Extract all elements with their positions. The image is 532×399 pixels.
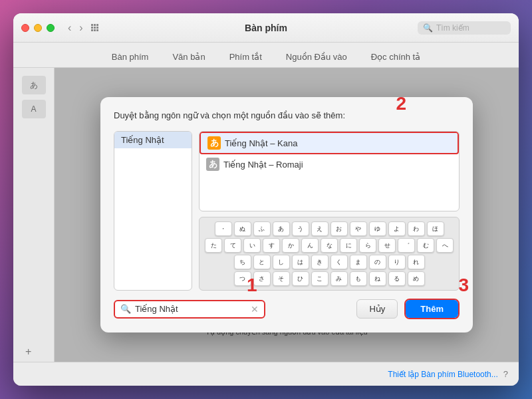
modal-overlay: 2 Duyệt bằng ngôn ngữ và chọn một nguồn … [55, 68, 519, 362]
modal-bottom: 1 3 🔍 ✕ Hủy Thêm [114, 299, 460, 319]
cancel-button[interactable]: Hủy [356, 299, 398, 319]
kb-row-2: た て い す か ん な に ら せ [205, 238, 454, 253]
add-button[interactable]: Thêm [406, 300, 458, 318]
sidebar-add-button[interactable]: + [25, 346, 31, 358]
kb-key: み [331, 271, 348, 286]
titlebar-search[interactable]: 🔍 Tìm kiếm [418, 21, 511, 35]
tab-phim-tat[interactable]: Phím tắt [217, 48, 274, 67]
grid-icon-area [91, 24, 101, 31]
search-input-icon: 🔍 [120, 304, 131, 314]
sidebar-icon-jp[interactable]: あ [22, 76, 46, 94]
tab-nguon-dau-vao[interactable]: Nguồn Đầu vào [274, 48, 359, 67]
forward-button[interactable]: › [76, 21, 85, 35]
modal-lists: Tiếng Nhật あ Tiếng Nhật – Kana [114, 131, 460, 291]
input-source-kana[interactable]: あ Tiếng Nhật – Kana [200, 132, 459, 154]
clear-search-button[interactable]: ✕ [251, 304, 259, 315]
search-placeholder: Tìm kiếm [436, 23, 469, 33]
language-item-japanese[interactable]: Tiếng Nhật [114, 132, 192, 148]
sidebar: あ A + [13, 68, 55, 362]
close-button[interactable] [21, 24, 29, 32]
right-panel: あ Tiếng Nhật – Kana あ Tiếng Nhật – Romaj… [199, 131, 460, 291]
tab-doc-chinh-ta[interactable]: Đọc chính tả [359, 48, 433, 67]
kb-key: ゛ [398, 238, 415, 253]
kb-key: に [340, 238, 357, 253]
grid-icon [91, 24, 98, 31]
maximize-button[interactable] [47, 24, 55, 32]
search-icon: 🔍 [423, 23, 433, 33]
kb-key: わ [408, 221, 425, 236]
kb-key: せ [378, 238, 396, 253]
kb-key: め [408, 271, 425, 286]
kb-key: あ [273, 221, 290, 236]
keyboard-preview: ・ ぬ ふ あ う え お や ゆ よ [199, 217, 460, 291]
add-button-wrap: Thêm [404, 299, 460, 319]
kb-key: さ [253, 271, 271, 286]
kb-key: ま [350, 255, 367, 269]
kb-row-4: つ さ そ ひ こ み も ね る め [205, 271, 454, 286]
modal-title: Duyệt bằng ngôn ngữ và chọn một nguồn đầ… [114, 110, 460, 120]
kana-label: Tiếng Nhật – Kana [225, 138, 297, 148]
minimize-button[interactable] [34, 24, 42, 32]
nav-buttons: ‹ › [65, 21, 86, 35]
kb-key: も [350, 271, 367, 286]
kb-key: て [224, 238, 241, 253]
kb-key: ち [234, 255, 251, 269]
romaji-icon: あ [206, 158, 219, 171]
kb-key: は [292, 255, 309, 269]
kb-key: や [350, 221, 367, 236]
kb-key: つ [234, 271, 251, 286]
kb-key: る [388, 271, 406, 286]
search-input[interactable] [135, 304, 247, 314]
kb-key: れ [408, 255, 425, 269]
kb-key: な [321, 238, 338, 253]
bottom-bar: Thiết lập Bàn phím Bluetooth... ? [13, 362, 519, 386]
kb-key: し [273, 255, 290, 269]
kana-icon: あ [207, 136, 221, 150]
window-title: Bàn phím [245, 23, 287, 33]
kb-key: ひ [292, 271, 309, 286]
kb-key: か [282, 238, 299, 253]
help-button[interactable]: ? [503, 369, 508, 379]
kb-key: た [205, 238, 222, 253]
language-list-pane[interactable]: Tiếng Nhật [114, 131, 192, 291]
title-bar: ‹ › Bàn phím 🔍 Tìm kiếm [13, 13, 519, 43]
kb-key: ふ [253, 221, 271, 236]
kb-key: き [311, 255, 329, 269]
kb-key: ほ [427, 221, 444, 236]
traffic-lights [21, 24, 55, 32]
kb-key: そ [273, 271, 290, 286]
kb-key: ね [369, 271, 386, 286]
main-panel: Tự động chuyển sang nguồn đầu vào của tà… [55, 68, 519, 362]
kb-key: お [331, 221, 348, 236]
tabs-bar: Bàn phím Văn bản Phím tắt Nguồn Đầu vào … [13, 43, 519, 68]
kb-key: の [369, 255, 386, 269]
kb-key: む [417, 238, 434, 253]
kb-key: す [263, 238, 280, 253]
kb-key: よ [388, 221, 406, 236]
kb-key: へ [436, 238, 454, 253]
bluetooth-link[interactable]: Thiết lập Bàn phím Bluetooth... [388, 370, 497, 379]
annotation-3: 3 [458, 275, 469, 296]
romaji-label: Tiếng Nhật – Romaji [223, 160, 303, 170]
kb-row-3: ち と し は き く ま の り れ [205, 255, 454, 269]
content-area: あ A + Tự động chuyển sang nguồn đầu vào … [13, 68, 519, 362]
kb-key: ゆ [369, 221, 386, 236]
kb-key: ぬ [234, 221, 251, 236]
input-source-list-pane[interactable]: あ Tiếng Nhật – Kana あ Tiếng Nhật – Romaj… [199, 131, 460, 211]
back-button[interactable]: ‹ [65, 21, 74, 35]
kb-key: と [253, 255, 271, 269]
kb-key: く [331, 255, 348, 269]
kb-key: り [388, 255, 406, 269]
kb-key: ら [359, 238, 376, 253]
kb-key: ・ [215, 221, 232, 236]
input-source-romaji[interactable]: あ Tiếng Nhật – Romaji [200, 154, 459, 174]
tab-ban-phim[interactable]: Bàn phím [100, 48, 161, 67]
kb-key: い [243, 238, 261, 253]
kb-key: え [311, 221, 329, 236]
kb-row-1: ・ ぬ ふ あ う え お や ゆ よ [205, 221, 454, 236]
tab-van-ban[interactable]: Văn bản [160, 48, 217, 67]
kb-key: う [292, 221, 309, 236]
kb-key: こ [311, 271, 329, 286]
macos-window: ‹ › Bàn phím 🔍 Tìm kiếm Bàn phím Văn bản… [13, 13, 519, 386]
sidebar-icon-en[interactable]: A [22, 100, 46, 118]
